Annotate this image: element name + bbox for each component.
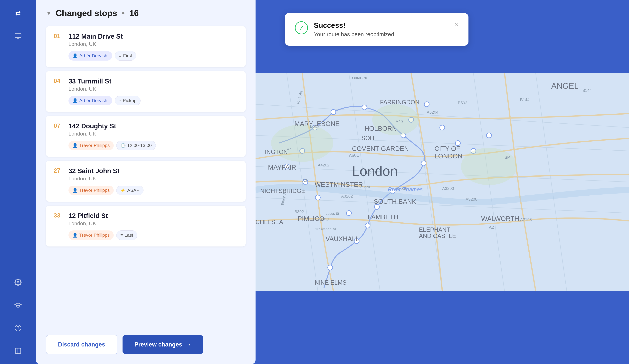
- collapse-arrow-icon[interactable]: ▼: [46, 10, 52, 16]
- svg-point-38: [486, 133, 491, 138]
- tag-label: First: [123, 53, 132, 58]
- sidebar-item-settings[interactable]: [11, 276, 24, 289]
- svg-text:MARYLEBONE: MARYLEBONE: [295, 120, 340, 127]
- svg-text:Lupus St: Lupus St: [326, 212, 339, 215]
- tag-icon: ≡: [119, 53, 121, 58]
- sidebar-item-presentation[interactable]: [11, 29, 24, 43]
- svg-text:River Thames: River Thames: [388, 186, 423, 192]
- stop-info: 142 Doughty St London, UK 👤 Trevor Phili…: [68, 122, 238, 150]
- svg-text:LONDON: LONDON: [435, 153, 463, 160]
- stop-address: 142 Doughty St: [68, 122, 238, 130]
- svg-text:Outer Cir: Outer Cir: [352, 76, 367, 80]
- stop-info: 12 Pitfield St London, UK 👤 Trevor Phili…: [68, 212, 238, 240]
- stop-number: 33: [54, 212, 64, 219]
- stop-tag: 🕐 12:00-13:00: [116, 141, 156, 150]
- success-icon: ✓: [295, 21, 308, 34]
- discard-changes-button[interactable]: Discard changes: [46, 335, 117, 354]
- svg-text:B502: B502: [458, 101, 467, 105]
- stop-number: 04: [54, 78, 64, 85]
- stop-tags: 👤 Trevor Philipps ≡ Last: [68, 230, 238, 240]
- svg-point-39: [271, 125, 333, 162]
- sidebar: ⇄: [0, 0, 36, 364]
- svg-text:PIMLICO: PIMLICO: [298, 215, 324, 222]
- map-svg: A501 B507 A40 A5204 B502 B144 A3202 B302…: [256, 0, 629, 364]
- svg-text:MAYFAIR: MAYFAIR: [268, 164, 296, 171]
- success-toast: ✓ Success! Your route has been reoptimiz…: [285, 13, 469, 46]
- stop-address: 33 Turnmill St: [68, 78, 238, 85]
- stop-info: 33 Turnmill St London, UK 👤 Arbër Dervis…: [68, 78, 238, 105]
- sidebar-item-learn[interactable]: [11, 298, 24, 312]
- sidebar-item-support[interactable]: [11, 321, 24, 335]
- toast-content: Success! Your route has been reoptimized…: [314, 21, 449, 37]
- tag-label: Arbër Dervishi: [79, 98, 108, 103]
- tag-icon: 👤: [72, 98, 78, 103]
- stop-tag: ≡ First: [115, 51, 136, 61]
- sidebar-item-route[interactable]: ⇄: [11, 6, 24, 20]
- svg-text:VAUXHALL: VAUXHALL: [326, 235, 359, 242]
- svg-rect-0: [15, 33, 21, 38]
- tag-icon: ↑: [119, 98, 121, 103]
- toast-close-button[interactable]: ×: [455, 21, 459, 28]
- toast-title: Success!: [314, 21, 449, 29]
- stop-tag: 👤 Arbër Dervishi: [68, 51, 112, 61]
- svg-text:AND CASTLE: AND CASTLE: [419, 233, 456, 239]
- svg-point-20: [362, 105, 367, 110]
- tag-label: Trevor Philipps: [79, 188, 110, 193]
- stop-tags: 👤 Arbër Dervishi ↑ Pickup: [68, 96, 238, 105]
- svg-text:A5204: A5204: [427, 110, 438, 114]
- svg-text:London: London: [352, 163, 398, 179]
- svg-rect-6: [15, 348, 21, 354]
- stop-address: 112 Main Drive St: [68, 33, 238, 40]
- svg-text:SOH: SOH: [361, 135, 374, 141]
- sidebar-item-collapse[interactable]: [11, 344, 24, 358]
- svg-text:HOLBORN: HOLBORN: [364, 125, 397, 132]
- stops-list: 01 112 Main Drive St London, UK 👤 Arbër …: [36, 23, 256, 328]
- side-panel: ▼ Changed stops • 16 01 112 Main Drive S…: [36, 0, 256, 364]
- preview-changes-button[interactable]: Preview changes →: [123, 335, 203, 354]
- tag-icon: 👤: [72, 53, 78, 58]
- svg-point-27: [328, 265, 333, 270]
- stop-info: 32 Saint John St London, UK 👤 Trevor Phi…: [68, 167, 238, 195]
- stop-tag: 👤 Trevor Philipps: [68, 185, 114, 195]
- svg-point-25: [365, 223, 370, 228]
- svg-point-19: [331, 109, 336, 114]
- tag-label: Trevor Philipps: [79, 143, 110, 148]
- svg-point-22: [421, 161, 426, 166]
- stop-tag: 👤 Arbër Dervishi: [68, 96, 112, 105]
- svg-text:Grosvenor Rd: Grosvenor Rd: [315, 227, 336, 231]
- svg-text:LAMBETH: LAMBETH: [368, 213, 398, 221]
- tag-label: ASAP: [127, 188, 140, 193]
- svg-text:NINE ELMS: NINE ELMS: [315, 279, 346, 286]
- stop-city: London, UK: [68, 220, 238, 227]
- map-area: A501 B507 A40 A5204 B502 B144 A3202 B302…: [256, 0, 629, 364]
- tag-icon: 👤: [72, 233, 78, 238]
- stop-item: 33 12 Pitfield St London, UK 👤 Trevor Ph…: [46, 206, 246, 247]
- stop-tag: 👤 Trevor Philipps: [68, 141, 114, 150]
- stop-tag: ⚡ ASAP: [116, 185, 144, 195]
- svg-point-34: [424, 102, 429, 107]
- panel-footer: Discard changes Preview changes →: [36, 328, 256, 364]
- svg-text:B302: B302: [295, 209, 304, 214]
- tag-icon: ⚡: [120, 188, 126, 193]
- stop-tag: 👤 Trevor Philipps: [68, 230, 114, 240]
- panel-dot: •: [122, 8, 125, 18]
- stop-tag: ↑ Pickup: [115, 96, 141, 105]
- app-container: ⇄ ▼: [0, 0, 629, 364]
- tag-icon: ≡: [120, 233, 123, 238]
- svg-text:The Mall: The Mall: [357, 185, 370, 189]
- tag-label: Pickup: [123, 98, 137, 103]
- stop-city: London, UK: [68, 131, 238, 137]
- svg-text:B144: B144: [520, 97, 530, 102]
- stop-info: 112 Main Drive St London, UK 👤 Arbër Der…: [68, 33, 238, 61]
- tag-icon: 🕐: [120, 143, 126, 148]
- svg-text:ANGEL: ANGEL: [551, 81, 579, 90]
- tag-label: 12:00-13:00: [127, 143, 152, 148]
- stop-item: 04 33 Turnmill St London, UK 👤 Arbër Der…: [46, 71, 246, 112]
- stop-item: 27 32 Saint John St London, UK 👤 Trevor …: [46, 161, 246, 202]
- svg-text:CHELSEA: CHELSEA: [256, 219, 283, 225]
- svg-text:A3: A3: [302, 179, 307, 183]
- svg-text:FARRINGDON: FARRINGDON: [380, 99, 420, 105]
- svg-text:A3202: A3202: [341, 194, 353, 198]
- panel-count: 16: [129, 8, 139, 18]
- stop-number: 07: [54, 122, 64, 129]
